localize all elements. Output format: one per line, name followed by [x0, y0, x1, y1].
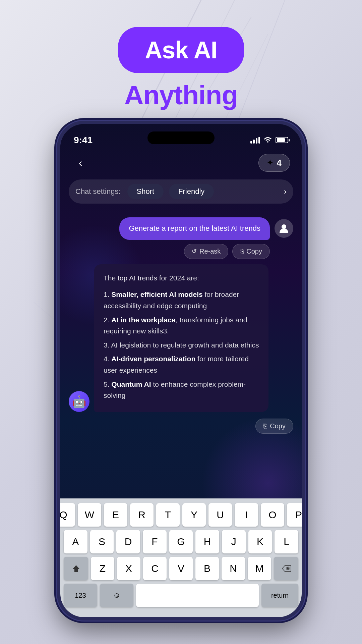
user-message-bubble: Generate a report on the latest AI trend…	[119, 217, 270, 240]
ai-intro-line: The top AI trends for 2024 are:	[104, 272, 259, 284]
settings-chevron-icon[interactable]: ›	[284, 187, 287, 196]
ai-message-row: 🤖 The top AI trends for 2024 are: 1. Sma…	[69, 264, 293, 412]
keyboard-row-3: Z X C V B N M	[64, 557, 298, 580]
phone-frame: 9:41	[57, 121, 305, 621]
back-chevron-icon: ‹	[79, 157, 82, 169]
chat-settings-bar[interactable]: Chat settings: Short Friendly ›	[69, 179, 293, 204]
key-delete[interactable]	[274, 557, 298, 580]
key-t[interactable]: T	[156, 503, 180, 527]
battery-icon	[276, 137, 288, 143]
key-d[interactable]: D	[116, 530, 140, 553]
key-i[interactable]: I	[235, 503, 258, 527]
tone-setting-pill[interactable]: Short	[127, 184, 164, 199]
key-numbers[interactable]: 123	[64, 584, 97, 607]
copy-ai-icon: ⎘	[263, 422, 267, 430]
key-a[interactable]: A	[64, 530, 87, 553]
svg-point-7	[282, 224, 286, 229]
reask-label: Re-ask	[199, 248, 221, 255]
key-j[interactable]: J	[222, 530, 246, 553]
key-y[interactable]: Y	[182, 503, 206, 527]
key-h[interactable]: H	[195, 530, 219, 553]
ai-message-container: 🤖 The top AI trends for 2024 are: 1. Sma…	[69, 264, 293, 434]
reask-button[interactable]: ↺ Re-ask	[184, 244, 228, 259]
key-r[interactable]: R	[130, 503, 154, 527]
status-time: 9:41	[74, 135, 93, 146]
key-w[interactable]: W	[78, 503, 101, 527]
key-p[interactable]: P	[287, 503, 302, 527]
copy-ai-label: Copy	[270, 422, 286, 430]
keyboard: Q W E R T Y U I O P A S D F G	[60, 498, 302, 617]
key-c[interactable]: C	[143, 557, 167, 580]
battery-fill	[277, 138, 285, 142]
key-v[interactable]: V	[169, 557, 193, 580]
ai-avatar: 🤖	[69, 391, 89, 412]
phone-screen: 9:41	[60, 124, 302, 617]
ai-message-bubble: The top AI trends for 2024 are: 1. Small…	[94, 264, 268, 412]
keyboard-row-2: A S D F G H J K L	[64, 530, 298, 553]
ask-ai-badge: Ask AI	[118, 27, 244, 73]
key-u[interactable]: U	[208, 503, 232, 527]
side-btn-power	[304, 225, 305, 275]
user-message-container: Generate a report on the latest AI trend…	[69, 217, 293, 259]
key-z[interactable]: Z	[91, 557, 114, 580]
ask-ai-title: Ask AI	[145, 37, 217, 63]
credits-count: 4	[277, 158, 282, 168]
key-k[interactable]: K	[248, 530, 272, 553]
copy-user-message-button[interactable]: ⎘ Copy	[232, 244, 270, 259]
keyboard-row-4: 123 ☺ return	[64, 584, 298, 607]
copy-ai-response-button[interactable]: ⎘ Copy	[255, 419, 293, 434]
copy-label: Copy	[246, 248, 262, 255]
key-n[interactable]: N	[222, 557, 245, 580]
chat-settings-label: Chat settings:	[75, 187, 121, 196]
anything-subtitle: Anything	[124, 80, 238, 111]
ai-copy-area: ⎘ Copy	[69, 419, 293, 434]
side-btn-vol-down	[57, 262, 58, 295]
ai-trend-2: 2. AI in the workplace, transforming job…	[104, 314, 259, 337]
key-e[interactable]: E	[104, 503, 127, 527]
signal-bar-1	[250, 141, 252, 144]
key-return[interactable]: return	[261, 584, 298, 607]
key-m[interactable]: M	[248, 557, 271, 580]
key-b[interactable]: B	[195, 557, 219, 580]
key-s[interactable]: S	[90, 530, 114, 553]
signal-bar-4	[258, 137, 260, 144]
signal-bar-2	[253, 140, 255, 144]
key-o[interactable]: O	[261, 503, 284, 527]
ai-trend-4: 4. AI-driven personalization for more ta…	[104, 353, 259, 376]
credits-badge[interactable]: ✦ 4	[258, 154, 290, 172]
key-shift[interactable]	[64, 557, 88, 580]
wifi-icon	[263, 136, 272, 145]
ai-trend-1: 1. Smaller, efficient AI models for broa…	[104, 289, 259, 311]
key-f[interactable]: F	[143, 530, 167, 553]
key-space[interactable]	[136, 584, 259, 607]
key-x[interactable]: X	[117, 557, 140, 580]
phone-wrapper: 9:41	[0, 121, 362, 621]
keyboard-row-1: Q W E R T Y U I O P	[64, 503, 298, 527]
key-emoji[interactable]: ☺	[100, 584, 133, 607]
side-btn-vol-up	[57, 221, 58, 255]
message-actions: ↺ Re-ask ⎘ Copy	[184, 244, 293, 259]
back-button[interactable]: ‹	[72, 154, 89, 171]
user-avatar	[275, 219, 293, 238]
signal-icon	[250, 137, 260, 144]
key-q[interactable]: Q	[60, 503, 75, 527]
key-l[interactable]: L	[275, 530, 298, 553]
copy-icon: ⎘	[240, 248, 244, 255]
sparkle-icon: ✦	[267, 158, 274, 167]
status-icons	[250, 136, 288, 145]
ai-trend-5: 5. Quantum AI to enhance complex problem…	[104, 379, 259, 401]
side-btn-mute	[57, 191, 58, 211]
ai-trend-3: 3. AI legislation to regulate growth and…	[104, 339, 259, 351]
key-g[interactable]: G	[169, 530, 193, 553]
user-message-row: Generate a report on the latest AI trend…	[119, 217, 293, 240]
top-header: Ask AI Anything	[0, 0, 362, 111]
reask-icon: ↺	[192, 248, 197, 255]
dynamic-island	[147, 131, 215, 144]
style-setting-pill[interactable]: Friendly	[169, 184, 214, 199]
nav-bar: ‹ ✦ 4	[60, 151, 302, 174]
signal-bar-3	[256, 138, 257, 144]
